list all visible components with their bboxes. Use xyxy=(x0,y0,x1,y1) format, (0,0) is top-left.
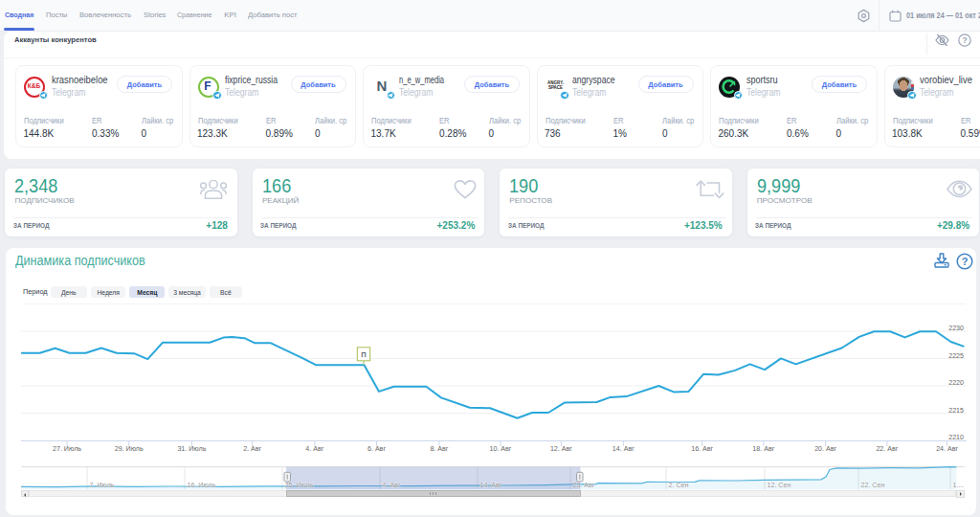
svg-text:П: П xyxy=(361,350,366,359)
